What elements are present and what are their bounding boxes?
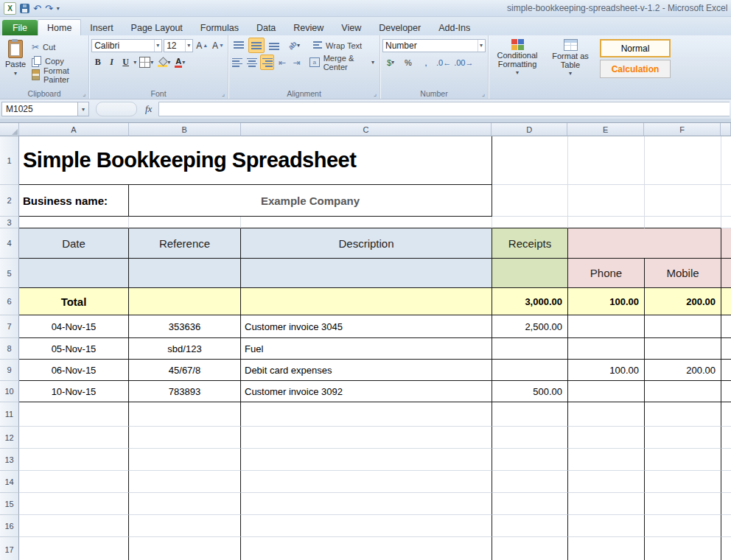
cell-S11[interactable] (721, 402, 731, 427)
percent-style-button[interactable]: % (400, 55, 416, 70)
cell-A7[interactable]: 04-Nov-15 (19, 315, 129, 338)
cell-A8[interactable]: 05-Nov-15 (19, 338, 129, 360)
column-header-D[interactable]: D (492, 123, 567, 136)
cell-E7[interactable] (568, 315, 645, 338)
cell-A15[interactable] (19, 493, 129, 515)
cell-E1[interactable] (568, 136, 645, 185)
cell-B10[interactable]: 783893 (129, 381, 241, 402)
cell-D16[interactable] (492, 515, 568, 537)
row-header-10[interactable]: 10 (0, 381, 19, 402)
cell-A4[interactable]: Date (19, 228, 129, 259)
cell-B5[interactable] (129, 259, 241, 288)
cell-E4[interactable] (568, 228, 721, 259)
cell-A10[interactable]: 10-Nov-15 (19, 381, 129, 402)
row-header-14[interactable]: 14 (0, 471, 19, 493)
font-size-select[interactable]: 12 ▾ (164, 39, 193, 52)
cell-E14[interactable] (568, 471, 645, 493)
cell-F14[interactable] (645, 471, 721, 493)
cell-F17[interactable] (645, 537, 721, 560)
italic-button[interactable]: I (105, 56, 118, 69)
cell-E2[interactable] (568, 185, 645, 217)
shrink-font-button[interactable]: A▼ (211, 39, 225, 52)
cell-C8[interactable]: Fuel (241, 338, 492, 360)
cell-E8[interactable] (568, 338, 645, 360)
name-box-dropdown[interactable]: ▾ (78, 102, 89, 116)
cell-C6[interactable] (241, 288, 492, 315)
cell-F10[interactable] (645, 381, 721, 402)
cell-A11[interactable] (19, 402, 129, 427)
borders-button[interactable]: ▾ (138, 56, 155, 69)
tab-add-ins[interactable]: Add-Ins (430, 20, 479, 35)
cell-C4[interactable]: Description (241, 228, 492, 259)
cell-E9[interactable]: 100.00 (568, 360, 645, 381)
cell-S17[interactable] (721, 537, 731, 560)
cell-D3[interactable] (492, 217, 568, 228)
row-header-2[interactable]: 2 (0, 185, 19, 217)
cell-C9[interactable]: Debit card expenses (241, 360, 492, 381)
cell-A6[interactable]: Total (19, 288, 129, 315)
cell-B11[interactable] (129, 402, 241, 427)
cell-B17[interactable] (129, 537, 241, 560)
font-color-button[interactable]: A▾ (173, 56, 186, 69)
cell-F2[interactable] (645, 185, 721, 217)
column-header-B[interactable]: B (129, 123, 241, 136)
cell-A2[interactable]: Business name: (19, 185, 129, 217)
undo-icon[interactable]: ↶ (33, 4, 41, 13)
cell-D11[interactable] (492, 402, 568, 427)
cell-F7[interactable] (645, 315, 721, 338)
cell-E16[interactable] (568, 515, 645, 537)
cell-S7[interactable] (721, 315, 731, 338)
cell-F9[interactable]: 200.00 (645, 360, 721, 381)
column-header-A[interactable]: A (19, 123, 129, 136)
cell-E17[interactable] (568, 537, 645, 560)
formula-input[interactable] (158, 102, 730, 116)
format-painter-button[interactable]: Format Painter (29, 68, 86, 82)
cell-B9[interactable]: 45/67/8 (129, 360, 241, 381)
dialog-launcher-icon[interactable]: ⌟ (482, 91, 485, 97)
paste-button[interactable]: Paste ▾ (2, 37, 29, 88)
cell-E3[interactable] (568, 217, 645, 228)
bottom-align-button[interactable] (266, 38, 282, 53)
align-right-button[interactable] (260, 55, 273, 70)
column-header-F[interactable]: F (644, 123, 721, 136)
wrap-text-button[interactable]: Wrap Text (310, 38, 365, 52)
cell-F15[interactable] (645, 493, 721, 515)
dialog-launcher-icon[interactable]: ⌟ (83, 91, 85, 97)
align-center-button[interactable] (245, 55, 259, 70)
cell-A9[interactable]: 06-Nov-15 (19, 360, 129, 381)
cell-E12[interactable] (568, 427, 645, 449)
cell-E11[interactable] (568, 402, 645, 427)
cell-C11[interactable] (241, 402, 492, 427)
cell-D1[interactable] (492, 136, 568, 185)
cell-E6[interactable]: 100.00 (568, 288, 645, 315)
tab-formulas[interactable]: Formulas (192, 20, 248, 35)
tab-review[interactable]: Review (284, 20, 332, 35)
cell-B13[interactable] (129, 449, 241, 471)
orientation-button[interactable]: ab▾ (284, 38, 304, 53)
cell-A12[interactable] (19, 427, 129, 449)
cell-F11[interactable] (645, 402, 721, 427)
increase-decimal-button[interactable]: .0← (436, 55, 452, 70)
cell-B15[interactable] (129, 493, 241, 515)
cell-F1[interactable] (645, 136, 721, 185)
cell-C7[interactable]: Customer invoice 3045 (241, 315, 492, 338)
merge-center-button[interactable]: a Merge & Center ▾ (307, 55, 377, 69)
cell-F6[interactable]: 200.00 (645, 288, 721, 315)
cell-B6[interactable] (129, 288, 241, 315)
cell-D5[interactable] (492, 259, 568, 288)
align-left-button[interactable] (231, 55, 244, 70)
cell-A1[interactable]: Simple Bookkeeping Spreadsheet (19, 136, 492, 185)
cell-D13[interactable] (492, 449, 568, 471)
tab-insert[interactable]: Insert (81, 20, 122, 35)
row-header-7[interactable]: 7 (0, 315, 19, 338)
dialog-launcher-icon[interactable]: ⌟ (222, 91, 225, 97)
cell-S3[interactable] (721, 217, 731, 228)
select-all-corner[interactable] (0, 123, 19, 136)
comma-style-button[interactable]: , (418, 55, 434, 70)
row-header-13[interactable]: 13 (0, 449, 19, 471)
decrease-indent-button[interactable]: ⇤ (276, 55, 289, 70)
cell-F13[interactable] (645, 449, 721, 471)
number-format-select[interactable]: Number ▾ (382, 39, 486, 52)
font-name-select[interactable]: Calibri ▾ (91, 39, 162, 52)
top-align-button[interactable] (231, 38, 247, 53)
